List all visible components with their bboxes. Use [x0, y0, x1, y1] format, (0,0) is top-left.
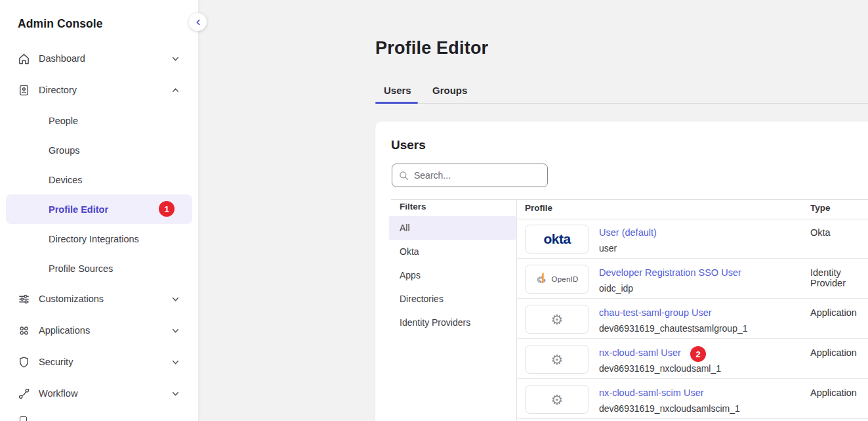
sidebar-item-customizations[interactable]: Customizations [0, 283, 198, 315]
sidebar-item-directory[interactable]: Directory [0, 74, 198, 106]
okta-logo: okta [525, 225, 589, 254]
gear-icon: ⚙ [525, 305, 589, 334]
sidebar-collapse-button[interactable] [189, 13, 207, 31]
tab-users[interactable]: Users [384, 85, 411, 96]
table-row: ⚙ chau-test-saml-group User dev86931619_… [516, 299, 868, 339]
sidebar-item-people[interactable]: People [0, 106, 198, 135]
sidebar-nav: Dashboard Directory People Groups Device… [0, 43, 198, 409]
sidebar: Admin Console Dashboard Directory People [0, 0, 199, 421]
profile-type: Application [810, 307, 857, 318]
profile-type: Okta [810, 227, 831, 238]
shield-icon [18, 356, 30, 368]
panel-top-border [391, 199, 868, 200]
sidebar-item-label: People [49, 116, 78, 126]
sidebar-item-label: Directory Integrations [49, 234, 139, 244]
column-header-type: Type [810, 203, 831, 213]
search-box[interactable] [392, 164, 548, 187]
profile-id: dev86931619_nxcloudsaml_1 [599, 363, 721, 374]
filter-item-directories[interactable]: Directories [389, 287, 516, 311]
table-row: ⚙ nx-cloud-saml-scim User dev86931619_nx… [516, 379, 868, 419]
sidebar-item-security[interactable]: Security [0, 346, 198, 378]
chevron-down-icon [171, 55, 180, 63]
sidebar-item-profile-editor[interactable]: Profile Editor 1 [6, 194, 192, 224]
sidebar-item-profile-sources[interactable]: Profile Sources [0, 254, 198, 283]
filter-item-all[interactable]: All [389, 216, 516, 240]
sidebar-item-applications[interactable]: Applications [0, 315, 198, 346]
sidebar-item-label: Groups [49, 145, 80, 156]
filters-title: Filters [400, 202, 426, 211]
sidebar-item-label: Profile Editor [49, 204, 108, 215]
chevron-down-icon [171, 389, 180, 398]
app-title: Admin Console [18, 17, 103, 31]
table-row: okta User (default) user Okta [516, 219, 868, 259]
sidebar-item-groups[interactable]: Groups [0, 135, 198, 165]
chevron-down-icon [171, 358, 180, 366]
filter-item-apps[interactable]: Apps [389, 263, 516, 287]
profile-link[interactable]: Developer Registration SSO User [599, 267, 741, 278]
sidebar-item-dashboard[interactable]: Dashboard [0, 43, 198, 74]
id-card-icon [18, 84, 30, 97]
filter-list: All Okta Apps Directories Identity Provi… [389, 216, 516, 334]
profile-link[interactable]: User (default) [599, 227, 657, 238]
sidebar-item-label: Security [39, 357, 171, 367]
chevron-up-icon [171, 86, 180, 95]
profile-id: dev86931619_nxcloudsamlscim_1 [599, 403, 740, 414]
profile-type: Identity Provider [810, 267, 868, 288]
chevron-down-icon [171, 295, 180, 303]
sidebar-item-devices[interactable]: Devices [0, 165, 198, 194]
sidebar-item-directory-integrations[interactable]: Directory Integrations [0, 224, 198, 254]
profile-type: Application [810, 347, 857, 358]
table-row: ⚙ nx-cloud-saml User 2 dev86931619_nxclo… [516, 339, 868, 379]
clipped-nav-icon [20, 416, 27, 421]
sidebar-item-label: Directory [39, 85, 171, 95]
sliders-icon [18, 293, 30, 305]
column-header-profile: Profile [525, 203, 552, 213]
chevron-down-icon [171, 326, 180, 335]
sidebar-item-label: Dashboard [39, 53, 171, 64]
search-icon [399, 171, 409, 181]
sidebar-item-label: Devices [49, 175, 83, 185]
apps-grid-icon [18, 324, 30, 337]
directory-submenu: People Groups Devices Profile Editor 1 D… [0, 106, 198, 283]
workflow-icon [18, 388, 30, 400]
profile-link[interactable]: chau-test-saml-group User [599, 307, 712, 318]
profile-type: Application [810, 388, 857, 398]
sidebar-item-label: Applications [39, 325, 171, 336]
profile-link[interactable]: nx-cloud-saml User [599, 347, 681, 358]
tabs-divider [375, 103, 868, 104]
sidebar-item-label: Profile Sources [49, 263, 113, 274]
filter-item-identity-providers[interactable]: Identity Providers [389, 311, 516, 334]
profile-id: dev86931619_chautestsamlgroup_1 [599, 323, 748, 334]
table-row: OpenID Developer Registration SSO User o… [516, 259, 868, 299]
annotation-badge-2: 2 [690, 346, 706, 362]
profile-id: user [599, 243, 617, 254]
annotation-badge-1: 1 [159, 201, 175, 217]
openid-logo: OpenID [525, 265, 589, 294]
sidebar-item-workflow[interactable]: Workflow [0, 378, 198, 409]
profile-link[interactable]: nx-cloud-saml-scim User [599, 388, 704, 398]
active-tab-underline [375, 102, 418, 104]
gear-icon: ⚙ [525, 385, 589, 414]
sidebar-item-label: Workflow [39, 388, 171, 399]
gear-icon: ⚙ [525, 345, 589, 374]
home-icon [18, 53, 30, 65]
page-title: Profile Editor [375, 38, 488, 58]
openid-glyph [536, 272, 549, 286]
filter-item-okta[interactable]: Okta [389, 240, 516, 263]
search-input[interactable] [414, 170, 541, 181]
card-title: Users [391, 138, 426, 152]
tab-groups[interactable]: Groups [432, 85, 467, 96]
profile-id: oidc_idp [599, 283, 633, 294]
sidebar-item-label: Customizations [39, 294, 171, 304]
